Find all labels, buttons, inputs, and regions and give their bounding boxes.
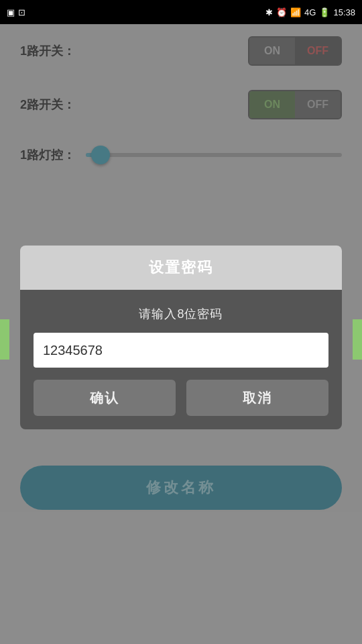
status-right-icons: ✱ ⏰ 📶 4G 🔋 15:38 xyxy=(265,7,355,17)
dialog-title: 设置密码 xyxy=(20,246,342,290)
battery-icon: 🔋 xyxy=(319,7,330,17)
main-content: 1路开关： ON OFF 2路开关： ON OFF 1路灯控： 设置密码 请输入… xyxy=(0,24,362,644)
dialog-buttons: 确认 取消 xyxy=(34,380,328,416)
alarm-icon: ⏰ xyxy=(276,7,287,17)
confirm-button[interactable]: 确认 xyxy=(34,380,176,416)
signal-icon: 4G xyxy=(304,7,316,17)
cancel-button[interactable]: 取消 xyxy=(186,380,328,416)
status-bar: ▣ ⊡ ✱ ⏰ 📶 4G 🔋 15:38 xyxy=(0,0,362,24)
wifi-icon: 📶 xyxy=(290,7,301,17)
side-bar-left xyxy=(0,319,9,360)
dialog-prompt: 请输入8位密码 xyxy=(34,306,328,322)
set-password-dialog: 设置密码 请输入8位密码 确认 取消 xyxy=(20,246,342,429)
status-left-icons: ▣ ⊡ xyxy=(7,7,25,17)
password-input[interactable] xyxy=(34,333,328,368)
side-bar-right xyxy=(353,319,362,360)
screen-icon: ⊡ xyxy=(18,7,25,17)
clock: 15:38 xyxy=(333,7,355,17)
notification-icon: ▣ xyxy=(7,7,15,17)
bluetooth-icon: ✱ xyxy=(265,7,273,17)
dialog-body: 请输入8位密码 确认 取消 xyxy=(20,290,342,429)
